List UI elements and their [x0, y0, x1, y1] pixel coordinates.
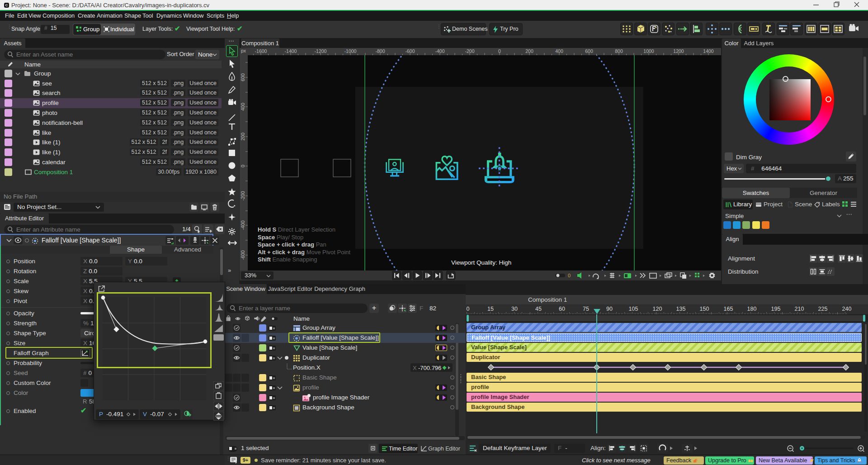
svg-text:-200: -200 — [240, 191, 245, 200]
svg-text:200: 200 — [240, 133, 245, 141]
svg-text:400: 400 — [240, 103, 245, 111]
svg-text:0: 0 — [568, 273, 571, 278]
svg-text:-400: -400 — [240, 220, 245, 230]
svg-text:0: 0 — [240, 165, 245, 167]
svg-text:-600: -600 — [240, 250, 245, 260]
svg-text:600: 600 — [240, 73, 245, 81]
